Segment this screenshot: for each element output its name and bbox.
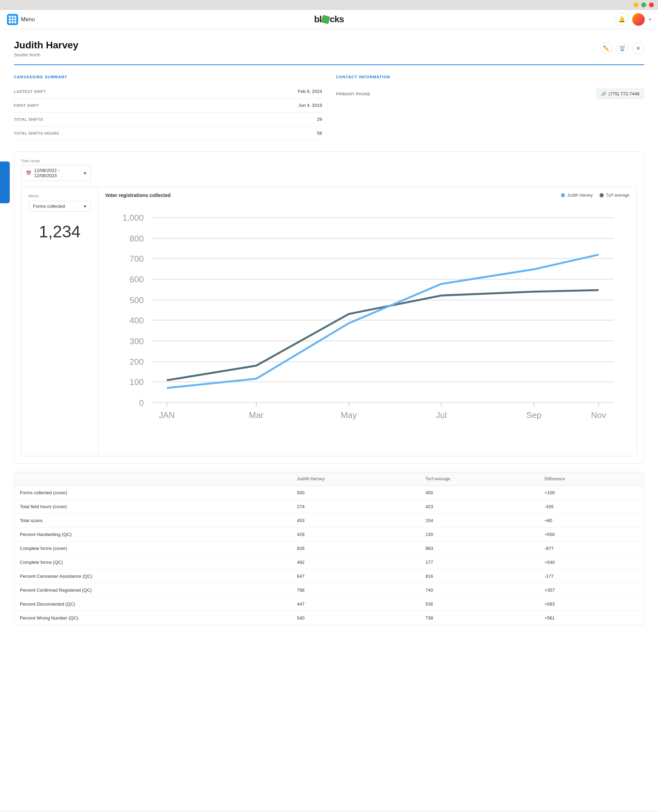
- row-diff: -426: [539, 499, 644, 513]
- row-diff: +540: [539, 555, 644, 569]
- row-label: Percent Wrong Number (QC): [14, 611, 291, 625]
- edit-button[interactable]: ✏️: [600, 42, 612, 54]
- stats-row: TOTAL SHIFTS HOURS 58: [14, 126, 322, 140]
- table-row: Total scans 453 154 +80: [14, 513, 644, 527]
- phone-link[interactable]: 🔗 (775) 772-7446: [596, 89, 644, 99]
- stat-label: TOTAL SHIFTS HOURS: [14, 126, 215, 140]
- row-label: Complete forms (cover): [14, 541, 291, 555]
- logo-text-after: cks: [330, 14, 344, 25]
- logo: blcks: [314, 14, 344, 25]
- menu-label: Menu: [21, 16, 35, 23]
- row-label: Percent Handwriting (QC): [14, 527, 291, 541]
- table-header-row: Judith Harvey Turf average Difference: [14, 472, 644, 486]
- metric-select[interactable]: Forms collected ▾: [28, 201, 91, 211]
- turf-line: [167, 290, 598, 380]
- row-turf: 740: [420, 583, 539, 597]
- row-judith: 492: [291, 555, 420, 569]
- svg-text:Mar: Mar: [249, 410, 263, 420]
- menu-button[interactable]: Menu: [7, 14, 35, 25]
- svg-text:500: 500: [130, 296, 144, 305]
- person-title: Judith Harvey Seattle North: [14, 40, 78, 58]
- logo-text-before: bl: [314, 14, 321, 25]
- row-judith: 798: [291, 583, 420, 597]
- contact-info-section: CONTACT INFORMATION PRIMARY PHONE 🔗 (775…: [336, 75, 644, 140]
- table-row: Percent Wrong Number (QC) 540 738 +561: [14, 611, 644, 625]
- nav-right: 🔔 ▾: [616, 13, 651, 26]
- date-range-label: Date range: [21, 159, 637, 163]
- stats-row: TOTAL SHIFTS 29: [14, 113, 322, 126]
- phone-value: (775) 772-7446: [609, 91, 639, 96]
- minimize-button[interactable]: [634, 2, 639, 7]
- row-label: Complete forms (QC): [14, 555, 291, 569]
- table-row: Total field hours (cover) 274 423 -426: [14, 499, 644, 513]
- user-avatar[interactable]: [632, 13, 645, 26]
- col-header-metric: [14, 472, 291, 486]
- row-diff: +100: [539, 485, 644, 499]
- metric-chevron-icon: ▾: [84, 203, 86, 209]
- stat-label: TOTAL SHIFTS: [14, 113, 215, 126]
- maximize-button[interactable]: [641, 2, 646, 7]
- archive-icon: 🗑️: [619, 45, 626, 52]
- row-turf: 423: [420, 499, 539, 513]
- row-turf: 883: [420, 541, 539, 555]
- notification-button[interactable]: 🔔: [616, 13, 628, 26]
- close-window-button[interactable]: [649, 2, 654, 7]
- stat-value: 58: [215, 126, 322, 140]
- legend-item-judith: Judith Harvey: [561, 193, 592, 198]
- col-header-diff: Difference: [539, 472, 644, 486]
- top-nav: Menu blcks 🔔 ▾: [0, 10, 658, 29]
- table-row: Percent Handwriting (QC) 429 130 +556: [14, 527, 644, 541]
- row-diff: +556: [539, 527, 644, 541]
- row-diff: +80: [539, 513, 644, 527]
- table-row: Forms collected (cover) 500 400 +100: [14, 485, 644, 499]
- stats-row: FIRST SHIFT Jun 4, 2019: [14, 99, 322, 113]
- row-diff: -877: [539, 541, 644, 555]
- date-range-chevron-icon: ▾: [84, 171, 86, 176]
- row-judith: 429: [291, 527, 420, 541]
- svg-text:May: May: [341, 410, 357, 420]
- main-content: Judith Harvey Seattle North ✏️ 🗑️ ✕ CANV…: [0, 29, 658, 635]
- svg-text:700: 700: [130, 254, 144, 263]
- legend-dot-turf: [600, 193, 604, 197]
- row-turf: 400: [420, 485, 539, 499]
- table-row: Percent Disconnected (QC) 447 536 +583: [14, 597, 644, 611]
- close-button[interactable]: ✕: [632, 42, 644, 54]
- sidebar-accent: [0, 161, 10, 203]
- judith-line: [167, 255, 598, 388]
- table-row: Percent Canvasser Assistance (QC) 647 81…: [14, 569, 644, 583]
- row-turf: 130: [420, 527, 539, 541]
- svg-text:800: 800: [130, 234, 144, 243]
- svg-text:JAN: JAN: [159, 410, 175, 420]
- row-judith: 826: [291, 541, 420, 555]
- row-label[interactable]: Forms collected (cover): [14, 485, 291, 499]
- row-diff: +561: [539, 611, 644, 625]
- chart-title: Voter registrations collected: [105, 192, 171, 198]
- svg-text:Jul: Jul: [436, 410, 446, 420]
- legend-label-turf: Turf average: [606, 193, 630, 198]
- metric-label: Metric: [28, 194, 91, 198]
- app-container: Menu blcks 🔔 ▾ Judith Harvey Seattle Nor…: [0, 10, 658, 810]
- table-body: Forms collected (cover) 500 400 +100 Tot…: [14, 485, 644, 625]
- person-location: Seattle North: [14, 52, 78, 58]
- logo-cube-icon: [321, 15, 331, 24]
- table-head: Judith Harvey Turf average Difference: [14, 472, 644, 486]
- nav-chevron-icon: ▾: [649, 17, 651, 22]
- window-chrome: [0, 0, 658, 10]
- row-judith: 500: [291, 485, 420, 499]
- stat-value: Feb 9, 2024: [215, 84, 322, 99]
- date-range-select[interactable]: 📅 12/08/2022 - 12/08/2023 ▾: [21, 165, 91, 181]
- canvassing-section-title: CANVASSING SUMMARY: [14, 75, 322, 79]
- bell-icon: 🔔: [618, 16, 625, 23]
- svg-text:0: 0: [139, 398, 144, 408]
- close-icon: ✕: [636, 45, 641, 52]
- metric-selected-value: Forms collected: [33, 203, 65, 209]
- row-judith: 453: [291, 513, 420, 527]
- archive-button[interactable]: 🗑️: [616, 42, 628, 54]
- table-row: Percent Confirmed Registered (QC) 798 74…: [14, 583, 644, 597]
- stat-value: Jun 4, 2019: [215, 99, 322, 113]
- calendar-icon: 📅: [26, 171, 31, 176]
- row-turf: 154: [420, 513, 539, 527]
- row-label: Total scans: [14, 513, 291, 527]
- chart-svg-wrapper: 1,000 800 700 600 500 400: [105, 202, 630, 451]
- row-diff: +583: [539, 597, 644, 611]
